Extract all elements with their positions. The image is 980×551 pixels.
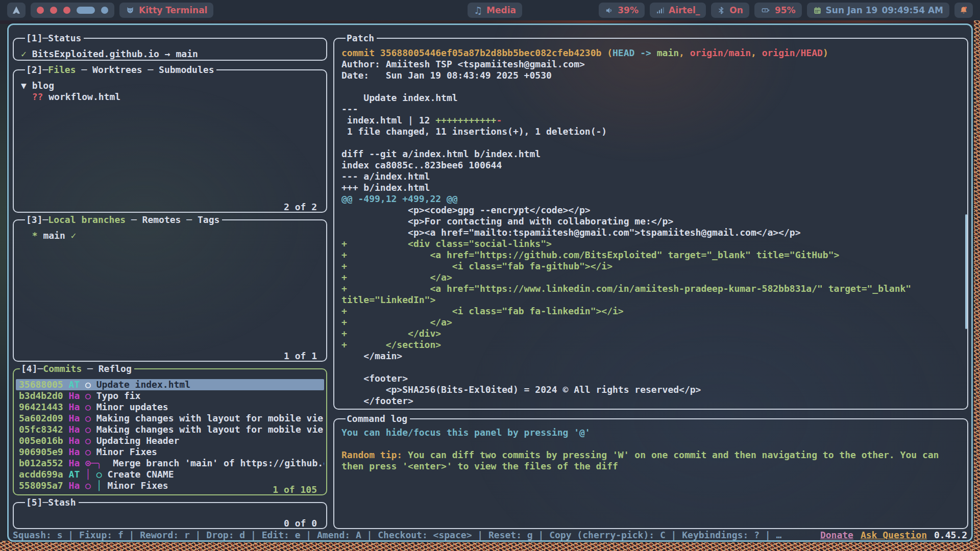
commit-message: Making changes with layout for mobile vi… [96, 413, 323, 423]
panel-files-title[interactable]: [2]─Files ─ Worktrees ─ Submodules [25, 65, 216, 75]
clock-widget[interactable]: Sun Jan 19 09:49:54 AM [807, 3, 949, 18]
commit-author-tag: Ha [69, 413, 86, 423]
diff-line: diff --git a/index.html b/index.html [341, 148, 960, 160]
panel-branches-title[interactable]: [3]─Local branches ─ Remotes ─ Tags [25, 215, 222, 225]
commit-author-tag: Ha [69, 446, 86, 457]
network-name: Airtel_ [669, 5, 700, 15]
workspace-switcher[interactable] [31, 3, 114, 18]
check-icon: ✓ [71, 230, 77, 241]
panel-command-log[interactable]: Command log You can hide/focus this pane… [333, 414, 968, 529]
notification-widget[interactable] [954, 3, 973, 18]
commit-author-tag: AT [69, 379, 86, 390]
commit-hash: 35688005 [19, 379, 69, 390]
volume-widget[interactable]: 39% [599, 3, 645, 18]
panel-status-title[interactable]: [1]─Status [25, 33, 84, 43]
commit-author-tag: Ha [69, 390, 86, 401]
commit-row[interactable]: 05fc8342 Ha ○ Making changes with layout… [16, 424, 324, 435]
diff-line [341, 362, 960, 373]
file-tree-item[interactable]: ?? workflow.html [21, 91, 319, 103]
panel-files[interactable]: [2]─Files ─ Worktrees ─ Submodules ▼ blo… [13, 65, 327, 213]
commit-message: Merge branch 'main' of https://github.c [107, 458, 324, 468]
commit-author-tag: Ha [69, 458, 86, 468]
panel-commits[interactable]: [4]─Commits ─ Reflog 35688005 AT ○ Updat… [13, 364, 327, 495]
panel-commits-title[interactable]: [4]─Commits ─ Reflog [20, 364, 134, 374]
commit-hash: acdd699a [19, 469, 69, 480]
graph-glyph: ○ [85, 379, 96, 390]
graph-glyph: ○ [85, 402, 96, 412]
tabs-branches-rest[interactable]: ─ Remotes ─ Tags [126, 215, 219, 225]
commit-row[interactable]: 35688005 AT ○ Update index.html [16, 379, 324, 390]
panel-stash[interactable]: [5]─Stash 0 of 0 [13, 497, 327, 529]
scrollbar-thumb[interactable] [965, 214, 967, 329]
ask-question-link[interactable]: Ask Question [861, 530, 927, 541]
tabs-files-rest[interactable]: ─ Worktrees ─ Submodules [76, 65, 214, 75]
arrow-icon: → [165, 48, 176, 59]
commit-hash: 558095a7 [19, 480, 69, 491]
commit-row[interactable]: b012a552 Ha ⊙─╮ Merge branch 'main' of h… [16, 458, 324, 469]
arch-logo-icon [12, 6, 21, 15]
battery-widget[interactable]: 95% [754, 3, 802, 18]
media-widget[interactable]: ♫ Media [468, 3, 522, 18]
tab-stash[interactable]: Stash [48, 497, 76, 508]
panel-branches[interactable]: [3]─Local branches ─ Remotes ─ Tags * ma… [13, 215, 327, 362]
graph-glyph: ○ [85, 446, 96, 457]
bluetooth-state: On [729, 5, 743, 15]
commit-row[interactable]: b3d4b2d0 Ha ○ Typo fix [16, 390, 324, 402]
commit-message: Updating Header [96, 435, 180, 446]
panel-stash-title[interactable]: [5]─Stash [25, 497, 79, 508]
commit-message: Update index.html [96, 379, 190, 390]
commit-author-tag: Ha [69, 424, 86, 435]
workspace-dot[interactable] [37, 7, 44, 14]
launcher-button[interactable] [7, 3, 26, 18]
workspace-active-indicator[interactable] [77, 7, 95, 14]
commit-hash: b3d4b2d0 [19, 390, 69, 401]
commit-row[interactable]: 5a602d09 Ha ○ Making changes with layout… [16, 413, 324, 424]
signal-icon [656, 6, 665, 15]
tab-commits[interactable]: Commits [43, 364, 82, 374]
cat-icon [126, 6, 135, 15]
commit-row[interactable]: acdd699a AT │ ○ Create CNAME [16, 469, 324, 480]
commit-list: 35688005 AT ○ Update index.html b3d4b2d0… [16, 379, 324, 491]
graph-glyph: ○ [85, 424, 96, 435]
commit-message-block: Update index.html--- [341, 81, 960, 115]
network-widget[interactable]: Airtel_ [650, 3, 706, 18]
stash-count: 0 of 0 [282, 518, 319, 529]
workspace-dot[interactable] [101, 7, 108, 14]
commit-author-tag: Ha [69, 435, 86, 446]
files-count: 2 of 2 [282, 202, 319, 212]
commit-row[interactable]: 96421443 Ha ○ Minor updates [16, 402, 324, 413]
file-tree-dir[interactable]: ▼ blog [21, 80, 319, 91]
workspace-dot[interactable] [63, 7, 70, 14]
commit-hash: 96421443 [19, 402, 69, 412]
commit-row[interactable]: 005e016b Ha ○ Updating Header [16, 435, 324, 446]
commit-hash: 5a602d09 [19, 413, 69, 423]
tab-local-branches[interactable]: Local branches [48, 215, 126, 225]
donate-link[interactable]: Donate [820, 530, 853, 541]
calendar-icon [813, 6, 822, 15]
clock-time: 09:49:54 AM [881, 5, 943, 15]
workspace-dot[interactable] [50, 7, 57, 14]
patch-line [341, 81, 960, 92]
panel-patch[interactable]: Patch commit 35688005446ef05a87b2d8bb5be… [333, 33, 968, 410]
bluetooth-widget[interactable]: On [711, 3, 749, 18]
diff-line: + <i class="fab fa-github"></i> [341, 261, 960, 272]
tab-reflog[interactable]: ─ Reflog [82, 364, 132, 374]
commit-row[interactable]: 906905e9 Ha ○ Minor Fixes [16, 446, 324, 458]
tab-status[interactable]: Status [48, 33, 81, 43]
tab-files[interactable]: Files [48, 65, 76, 75]
panel-status[interactable]: [1]─Status ✓ BitsExploited.github.io → m… [13, 33, 327, 61]
command-log-hint: You can hide/focus this panel by pressin… [341, 427, 960, 438]
diff-line: + <a href="https://www.linkedin.com/in/a… [341, 283, 960, 294]
commit-hash: 906905e9 [19, 446, 69, 457]
check-icon: ✓ [21, 48, 32, 59]
diff-line: + </a> [341, 272, 960, 283]
diff-line: </footer> [341, 395, 960, 407]
battery-level: 95% [775, 5, 796, 15]
diff-line: @@ -499,12 +499,22 @@ [341, 193, 960, 205]
branch-row[interactable]: * main ✓ [21, 230, 319, 241]
music-note-icon: ♫ [474, 6, 482, 15]
window-title-widget[interactable]: Kitty Terminal [119, 3, 213, 18]
commit-message: Making changes with layout for mobile vi… [96, 424, 323, 435]
diff-line: --- a/index.html [341, 171, 960, 182]
insertions-marks: +++++++++++ [435, 115, 496, 126]
